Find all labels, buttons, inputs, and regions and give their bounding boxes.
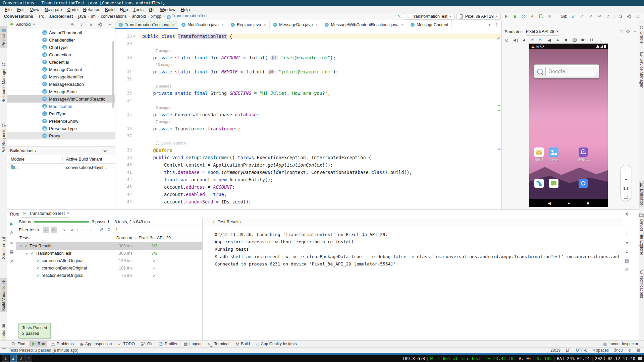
toolwindow-button-profiler[interactable]: Profiler bbox=[156, 341, 180, 347]
editor-tab[interactable]: EModification.java× bbox=[178, 20, 227, 29]
settings-button[interactable] bbox=[626, 13, 633, 19]
chevron-down-icon[interactable]: ▼ bbox=[33, 23, 36, 26]
lock-icon[interactable]: ⊙ bbox=[628, 349, 631, 352]
commit-button[interactable]: ✓ bbox=[579, 13, 585, 19]
code-line[interactable]: 29 bbox=[115, 40, 501, 47]
search-everywhere-button[interactable] bbox=[617, 13, 624, 19]
apply-code-changes-button[interactable] bbox=[538, 13, 544, 19]
toolwindow-button-layout-inspector[interactable]: ▥Layout Inspector bbox=[600, 341, 641, 347]
gutter[interactable]: 30 bbox=[115, 55, 140, 60]
close-icon[interactable]: × bbox=[401, 22, 404, 27]
stripe-tab-notifications[interactable]: Notifications bbox=[639, 268, 644, 300]
stripe-tab-structure[interactable]: Structure bbox=[0, 235, 7, 261]
update-project-button[interactable]: ↙ bbox=[570, 13, 577, 19]
test-settings-button[interactable] bbox=[8, 230, 15, 236]
show-passed-button[interactable]: ✓ bbox=[43, 227, 49, 233]
gear-icon[interactable] bbox=[626, 29, 630, 34]
gutter[interactable]: 41 bbox=[115, 170, 140, 175]
toolwindow-button-run[interactable]: Run bbox=[29, 341, 47, 347]
breadcrumb-item[interactable]: im bbox=[90, 14, 97, 19]
rotate-right-button[interactable]: ↻ bbox=[537, 37, 544, 43]
file-encoding[interactable]: UTF-8 bbox=[576, 348, 587, 353]
column-module[interactable]: Module bbox=[7, 157, 63, 162]
gutter[interactable]: 28» bbox=[115, 34, 140, 39]
menu-git[interactable]: Git bbox=[146, 7, 157, 12]
stripe-tab-pull-requests[interactable]: Pull Requests bbox=[0, 121, 7, 155]
notifications-icon[interactable] bbox=[637, 349, 640, 352]
record-button[interactable] bbox=[580, 37, 587, 43]
close-icon[interactable]: × bbox=[264, 22, 266, 27]
code-line[interactable]: 34 bbox=[115, 97, 501, 104]
gutter[interactable]: 34 bbox=[115, 98, 140, 103]
menu-edit[interactable]: Edit bbox=[14, 7, 27, 12]
history-button[interactable]: ↺ bbox=[605, 13, 611, 19]
project-tree-item[interactable]: CConnection bbox=[7, 51, 115, 58]
settings-button[interactable] bbox=[97, 21, 104, 27]
code-line[interactable]: 31 private static final Jid REMOTE = Jid… bbox=[115, 68, 501, 75]
locate-file-button[interactable]: ⊕ bbox=[69, 21, 75, 27]
overview-button[interactable]: ■ bbox=[562, 37, 570, 43]
import-button[interactable]: ↧ bbox=[106, 227, 112, 233]
code-line[interactable]: 42 final var account = new AccountEntity… bbox=[115, 176, 501, 183]
expand-icon[interactable]: ∨ bbox=[25, 252, 29, 255]
menu-help[interactable]: Help bbox=[178, 7, 193, 12]
apply-changes-button[interactable] bbox=[529, 13, 536, 19]
menu-build[interactable]: Build bbox=[102, 7, 117, 12]
editor-tab[interactable]: CMessageDao.java× bbox=[270, 20, 321, 29]
project-tree-item[interactable]: EPresenceType bbox=[7, 125, 115, 132]
project-tree-item[interactable]: CCredential bbox=[7, 58, 115, 66]
zoom-in-button[interactable]: + bbox=[625, 168, 627, 173]
stripe-tab-gradle[interactable]: Gradle bbox=[639, 23, 644, 45]
breadcrumb-item[interactable]: androidTest bbox=[48, 14, 74, 19]
fold-icon[interactable]: » bbox=[133, 34, 137, 39]
debug-button[interactable] bbox=[512, 13, 518, 19]
menu-file[interactable]: File bbox=[2, 7, 14, 12]
close-icon[interactable]: × bbox=[172, 22, 174, 27]
toolwindow-button-git[interactable]: Git bbox=[139, 341, 155, 347]
history-button[interactable]: ↺ bbox=[98, 227, 105, 233]
gear-icon[interactable] bbox=[103, 149, 107, 153]
breadcrumb-item[interactable]: java bbox=[77, 14, 87, 19]
navigate-back-icon[interactable]: ↖ bbox=[397, 14, 401, 18]
gutter[interactable]: 32 bbox=[115, 77, 140, 81]
float-window-icon[interactable]: □ bbox=[620, 29, 623, 34]
code-line[interactable]: 30 private static final Jid ACCOUNT = Ji… bbox=[115, 54, 501, 61]
breadcrumb-item[interactable]: src bbox=[37, 14, 46, 19]
google-search-input[interactable]: Google bbox=[545, 67, 596, 76]
code-line[interactable]: 33 private static final String GREETING … bbox=[115, 89, 501, 97]
editor-tab[interactable]: CMessageWithContentReactions.java× bbox=[321, 20, 407, 29]
rotate-left-button[interactable]: ↺ bbox=[529, 37, 536, 43]
nav-overview-button[interactable]: ■ bbox=[587, 201, 589, 205]
gutter[interactable]: 36 bbox=[115, 126, 140, 131]
code-line[interactable]: 36 private Transformer transformer; bbox=[115, 125, 501, 132]
project-tree-item[interactable]: EChatType bbox=[7, 44, 115, 51]
stripe-tab-emulator[interactable]: Emulator bbox=[639, 181, 644, 207]
project-tree-item[interactable]: CMessageState bbox=[7, 88, 115, 95]
stop-button[interactable]: ■ bbox=[8, 239, 15, 245]
collapse-all-button[interactable]: ∧ bbox=[69, 227, 75, 233]
soft-wrap-button[interactable]: ≡ bbox=[624, 239, 630, 245]
app-gallery[interactable]: Gallery bbox=[546, 147, 561, 161]
code-line[interactable]: 39 public void setupTransformer() throws… bbox=[115, 154, 501, 161]
test-tree-row[interactable]: ∨✓TransformationTest303 ms3/3 bbox=[16, 250, 202, 257]
code-line[interactable]: 32 bbox=[115, 75, 501, 83]
project-tree-item[interactable]: CAvatarThumbnail bbox=[7, 29, 115, 36]
dock-phone[interactable] bbox=[532, 179, 546, 188]
scroll-to-end-button[interactable]: ↧ bbox=[624, 248, 630, 254]
code-line[interactable]: 43 account.address = ACCOUNT; bbox=[115, 183, 501, 191]
breadcrumb-item[interactable]: CTransformationTest bbox=[165, 13, 209, 19]
gutter[interactable]: 44 bbox=[115, 192, 140, 197]
gutter[interactable]: 31 bbox=[115, 69, 140, 74]
test-tree-row[interactable]: ✓reactionBeforeOriginal76 ms✓ bbox=[16, 272, 202, 279]
workspace-2[interactable]: 2 bbox=[10, 355, 17, 362]
code-line[interactable]: 38 @Before bbox=[115, 146, 501, 154]
run-configuration-select[interactable]: TransformationTest▼ bbox=[403, 13, 454, 20]
toolwindow-button-app-quality-insights[interactable]: ◇App Quality Insights bbox=[254, 341, 299, 347]
workspace-4[interactable]: 4 bbox=[25, 355, 32, 362]
project-tree-item[interactable]: CMessageIdentifier bbox=[7, 73, 115, 80]
hide-icon[interactable]: − bbox=[633, 29, 636, 34]
menu-run[interactable]: Run bbox=[117, 7, 131, 12]
gutter[interactable]: 39 bbox=[115, 155, 140, 160]
run-configuration-tab[interactable]: TransformationTest × bbox=[22, 210, 69, 218]
breadcrumb-item[interactable]: android bbox=[130, 14, 147, 19]
